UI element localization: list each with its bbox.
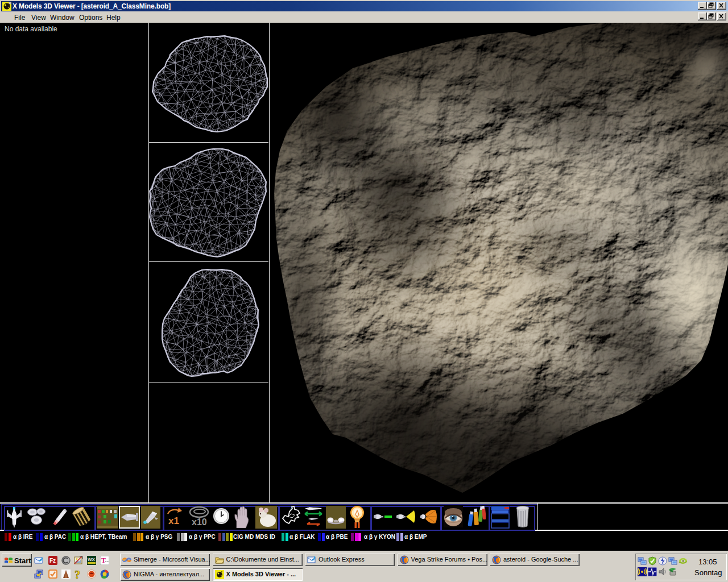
svg-text:x1: x1 [168, 516, 179, 526]
svg-text:T: T [101, 556, 106, 564]
svg-text:WX: WX [88, 557, 96, 562]
svg-text:Fz: Fz [49, 558, 56, 564]
svg-text:x10: x10 [192, 517, 207, 527]
svg-text:?: ? [75, 569, 80, 579]
